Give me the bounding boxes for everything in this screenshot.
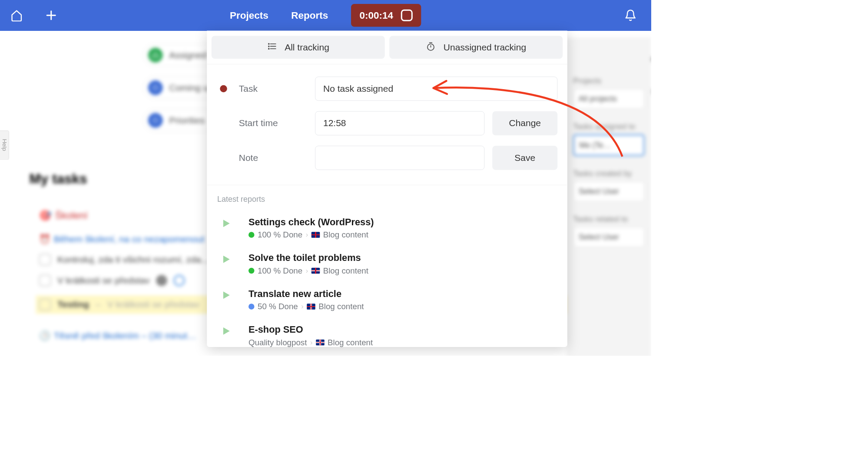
side-filter-panel: Projects All projects Tasks assigned to … bbox=[567, 37, 651, 356]
change-button[interactable]: Change bbox=[492, 111, 557, 136]
play-icon[interactable] bbox=[221, 290, 234, 303]
clock-icon: 🕒 bbox=[39, 330, 50, 341]
status-dot-icon bbox=[248, 267, 255, 274]
label-start-time: Start time bbox=[239, 118, 308, 129]
side-label-projects: Projects bbox=[573, 77, 644, 86]
stopwatch-icon bbox=[426, 41, 436, 53]
side-label-assigned: Tasks assigned to bbox=[573, 122, 644, 131]
svg-point-8 bbox=[268, 46, 269, 47]
label-note: Note bbox=[239, 153, 308, 163]
task-input[interactable]: No task assigned bbox=[315, 77, 557, 101]
svg-point-9 bbox=[268, 48, 269, 49]
help-tab[interactable]: Help bbox=[0, 130, 9, 160]
flag-uk-icon bbox=[316, 339, 325, 345]
report-item[interactable]: E-shop SEO Quality blogpost › Blog conte… bbox=[217, 320, 558, 347]
report-title: Solve the toilet problems bbox=[248, 253, 557, 264]
label-task: Task bbox=[239, 83, 308, 94]
play-icon[interactable] bbox=[221, 326, 234, 339]
save-button[interactable]: Save bbox=[492, 146, 557, 170]
report-status: 100 % Done bbox=[258, 266, 302, 275]
side-select-created[interactable]: Select User bbox=[573, 181, 644, 202]
checkbox[interactable] bbox=[39, 254, 51, 266]
svg-point-7 bbox=[268, 43, 269, 44]
chevron-right-icon: › bbox=[301, 302, 304, 311]
play-icon[interactable] bbox=[221, 218, 234, 231]
filter-chip-priorities[interactable]: Priorities bbox=[143, 109, 216, 132]
latest-reports: Latest reports Settings check (WordPress… bbox=[207, 185, 567, 347]
report-meta: 50 % Done › Blog content bbox=[248, 302, 557, 311]
nav-projects[interactable]: Projects bbox=[230, 10, 268, 21]
add-icon[interactable] bbox=[44, 8, 59, 23]
chevron-right-icon: › bbox=[306, 266, 308, 275]
start-time-input[interactable]: 12:58 bbox=[315, 111, 484, 136]
target-icon: 🎯 bbox=[39, 210, 51, 221]
report-item[interactable]: Solve the toilet problems 100 % Done › B… bbox=[217, 248, 558, 284]
task-label: V krátkosti se představ bbox=[57, 275, 149, 286]
task-sub-label: V krátkosti se představ bbox=[107, 300, 199, 310]
compass-dot-icon bbox=[148, 80, 162, 95]
topbar-left bbox=[0, 8, 59, 23]
compass-dot-icon bbox=[148, 113, 162, 127]
play-icon[interactable] bbox=[221, 254, 234, 267]
chip-label: Priorities bbox=[169, 115, 205, 126]
checkbox[interactable] bbox=[39, 299, 51, 310]
report-crumb: Blog content bbox=[319, 302, 364, 311]
badge-icon bbox=[174, 275, 185, 286]
side-select-projects[interactable]: All projects bbox=[573, 89, 644, 109]
report-status: Quality blogpost bbox=[248, 337, 307, 347]
topbar-center: Projects Reports 0:00:14 bbox=[230, 4, 421, 27]
report-meta: 100 % Done › Blog content bbox=[248, 266, 557, 275]
report-item[interactable]: Translate new article 50 % Done › Blog c… bbox=[217, 284, 558, 320]
popover-form: Task No task assigned Start time 12:58 C… bbox=[207, 64, 567, 185]
side-label-related: Tasks related to bbox=[573, 215, 644, 224]
timer-value: 0:00:14 bbox=[359, 10, 393, 21]
tab-unassigned-tracking[interactable]: Unassigned tracking bbox=[389, 36, 563, 59]
section-label: Během školení, na co nezapomenout bbox=[54, 234, 205, 244]
recording-dot-icon bbox=[220, 85, 227, 93]
chevron-right-icon: › bbox=[306, 230, 308, 239]
section-title: Latest reports bbox=[217, 194, 557, 204]
nav-reports[interactable]: Reports bbox=[291, 10, 328, 21]
stop-icon[interactable] bbox=[401, 10, 413, 21]
popover-tabs: All tracking Unassigned tracking bbox=[207, 31, 567, 64]
section-label: Těsně před školením – (30 minut… bbox=[54, 330, 196, 340]
home-dot-icon bbox=[148, 48, 162, 62]
bell-icon[interactable] bbox=[623, 8, 638, 23]
flag-uk-icon bbox=[311, 267, 320, 274]
side-select-related[interactable]: Select User bbox=[573, 227, 644, 247]
report-meta: 100 % Done › Blog content bbox=[248, 230, 557, 240]
task-label: Kontroluj, zda ti všichni rozumí, zda… bbox=[57, 254, 210, 265]
report-crumb: Blog content bbox=[323, 266, 368, 275]
status-dot-icon bbox=[248, 232, 255, 238]
chevron-right-icon: › bbox=[310, 338, 312, 347]
note-input[interactable] bbox=[315, 146, 484, 170]
list-icon bbox=[267, 41, 277, 53]
timer-badge[interactable]: 0:00:14 bbox=[351, 4, 421, 27]
report-crumb: Blog content bbox=[328, 337, 373, 347]
report-title: E-shop SEO bbox=[248, 324, 557, 335]
side-label-created: Tasks created by bbox=[573, 169, 644, 178]
topbar-right bbox=[623, 8, 651, 23]
avatar bbox=[156, 275, 167, 286]
report-status: 100 % Done bbox=[258, 230, 302, 240]
task-label: Testing bbox=[57, 300, 89, 310]
topbar: Projects Reports 0:00:14 bbox=[0, 0, 651, 31]
checkbox[interactable] bbox=[39, 275, 51, 287]
report-title: Translate new article bbox=[248, 288, 557, 299]
tab-label: All tracking bbox=[285, 42, 329, 53]
svg-point-3 bbox=[153, 118, 158, 123]
report-status: 50 % Done bbox=[258, 302, 298, 311]
tab-all-tracking[interactable]: All tracking bbox=[212, 36, 385, 59]
alarm-icon: ⏰ bbox=[39, 234, 50, 245]
report-title: Settings check (WordPress) bbox=[248, 217, 557, 227]
side-select-assigned[interactable]: Me (Te… bbox=[573, 134, 644, 156]
report-meta: Quality blogpost › Blog content bbox=[248, 337, 557, 347]
report-item[interactable]: Settings check (WordPress) 100 % Done › … bbox=[217, 212, 558, 248]
tracking-popover: All tracking Unassigned tracking Task No… bbox=[207, 31, 567, 347]
flag-uk-icon bbox=[311, 232, 320, 238]
flag-uk-icon bbox=[307, 304, 316, 310]
home-icon[interactable] bbox=[9, 8, 24, 23]
project-label: Školení bbox=[55, 210, 88, 221]
svg-point-2 bbox=[153, 85, 158, 90]
tab-label: Unassigned tracking bbox=[444, 42, 526, 53]
